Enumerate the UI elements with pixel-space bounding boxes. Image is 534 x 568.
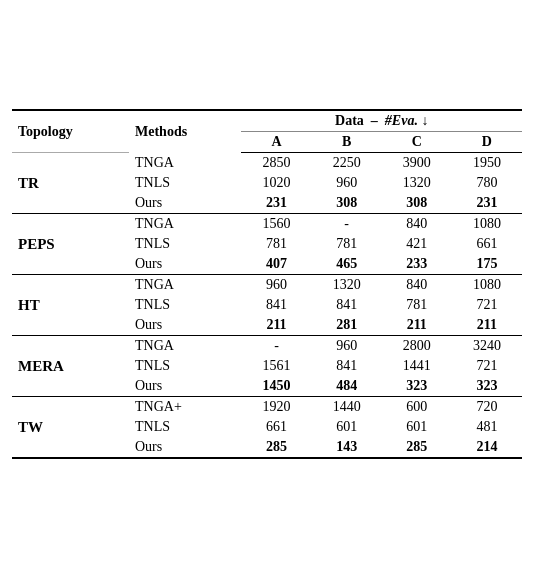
data-cell: - bbox=[241, 336, 311, 357]
data-cell: 323 bbox=[452, 376, 522, 397]
data-cell: 1450 bbox=[241, 376, 311, 397]
data-cell: 285 bbox=[382, 437, 452, 458]
data-cell: 1561 bbox=[241, 356, 311, 376]
data-cell: 661 bbox=[241, 417, 311, 437]
data-cell: 3240 bbox=[452, 336, 522, 357]
data-cell: 2800 bbox=[382, 336, 452, 357]
data-cell: 308 bbox=[312, 193, 382, 214]
data-cell: 465 bbox=[312, 254, 382, 275]
data-cell: 211 bbox=[241, 315, 311, 336]
method-cell: Ours bbox=[129, 193, 241, 214]
data-cell: 601 bbox=[382, 417, 452, 437]
data-cell: 481 bbox=[452, 417, 522, 437]
data-cell: 840 bbox=[382, 275, 452, 296]
method-cell: TNGA bbox=[129, 275, 241, 296]
data-cell: 661 bbox=[452, 234, 522, 254]
method-cell: Ours bbox=[129, 315, 241, 336]
topology-cell: MERA bbox=[12, 336, 129, 397]
table-row: MERATNGA-96028003240 bbox=[12, 336, 522, 357]
data-cell: 484 bbox=[312, 376, 382, 397]
data-cell: 175 bbox=[452, 254, 522, 275]
data-cell: 1080 bbox=[452, 214, 522, 235]
data-cell: 781 bbox=[241, 234, 311, 254]
col-data-header: Data – #Eva. ↓ bbox=[241, 110, 522, 132]
data-cell: 780 bbox=[452, 173, 522, 193]
col-topology-header: Topology bbox=[12, 110, 129, 153]
data-cell: 3900 bbox=[382, 153, 452, 174]
data-cell: 308 bbox=[382, 193, 452, 214]
method-cell: TNGA bbox=[129, 336, 241, 357]
table-row: HTTNGA96013208401080 bbox=[12, 275, 522, 296]
data-cell: 1920 bbox=[241, 397, 311, 418]
topology-cell: PEPS bbox=[12, 214, 129, 275]
results-table: Topology Methods Data – #Eva. ↓ A B C D … bbox=[12, 109, 522, 459]
topology-cell: HT bbox=[12, 275, 129, 336]
col-d-header: D bbox=[452, 132, 522, 153]
data-cell: 601 bbox=[312, 417, 382, 437]
data-cell: 600 bbox=[382, 397, 452, 418]
data-sub-label: #Eva. ↓ bbox=[385, 113, 429, 128]
col-c-header: C bbox=[382, 132, 452, 153]
data-cell: 285 bbox=[241, 437, 311, 458]
method-cell: Ours bbox=[129, 254, 241, 275]
method-cell: TNGA+ bbox=[129, 397, 241, 418]
data-cell: 1020 bbox=[241, 173, 311, 193]
method-cell: TNLS bbox=[129, 173, 241, 193]
method-cell: TNLS bbox=[129, 356, 241, 376]
data-cell: 143 bbox=[312, 437, 382, 458]
data-cell: 1320 bbox=[382, 173, 452, 193]
table-row: TRTNGA2850225039001950 bbox=[12, 153, 522, 174]
method-cell: Ours bbox=[129, 437, 241, 458]
data-cell: 840 bbox=[382, 214, 452, 235]
data-cell: 2250 bbox=[312, 153, 382, 174]
method-cell: TNLS bbox=[129, 417, 241, 437]
data-cell: 1950 bbox=[452, 153, 522, 174]
topology-cell: TW bbox=[12, 397, 129, 459]
data-cell: 407 bbox=[241, 254, 311, 275]
table-wrapper: Topology Methods Data – #Eva. ↓ A B C D … bbox=[12, 109, 522, 459]
data-cell: 841 bbox=[312, 356, 382, 376]
data-cell: 781 bbox=[312, 234, 382, 254]
col-b-header: B bbox=[312, 132, 382, 153]
data-cell: 231 bbox=[452, 193, 522, 214]
data-cell: 214 bbox=[452, 437, 522, 458]
data-cell: 281 bbox=[312, 315, 382, 336]
data-cell: 233 bbox=[382, 254, 452, 275]
data-cell: 323 bbox=[382, 376, 452, 397]
data-cell: 211 bbox=[452, 315, 522, 336]
data-cell: 1320 bbox=[312, 275, 382, 296]
data-cell: 841 bbox=[241, 295, 311, 315]
data-label: Data bbox=[335, 113, 364, 128]
data-cell: 1441 bbox=[382, 356, 452, 376]
data-cell: 960 bbox=[312, 173, 382, 193]
data-cell: 211 bbox=[382, 315, 452, 336]
data-cell: 1080 bbox=[452, 275, 522, 296]
method-cell: TNLS bbox=[129, 295, 241, 315]
data-cell: 720 bbox=[452, 397, 522, 418]
data-cell: 841 bbox=[312, 295, 382, 315]
table-row: PEPSTNGA1560-8401080 bbox=[12, 214, 522, 235]
method-cell: Ours bbox=[129, 376, 241, 397]
data-cell: 781 bbox=[382, 295, 452, 315]
data-cell: 960 bbox=[241, 275, 311, 296]
data-cell: 1560 bbox=[241, 214, 311, 235]
data-cell: 721 bbox=[452, 356, 522, 376]
data-cell: 1440 bbox=[312, 397, 382, 418]
topology-cell: TR bbox=[12, 153, 129, 214]
data-cell: 721 bbox=[452, 295, 522, 315]
header-row-1: Topology Methods Data – #Eva. ↓ bbox=[12, 110, 522, 132]
table-row: TWTNGA+19201440600720 bbox=[12, 397, 522, 418]
col-methods-header: Methods bbox=[129, 110, 241, 153]
data-cell: 421 bbox=[382, 234, 452, 254]
method-cell: TNGA bbox=[129, 153, 241, 174]
col-a-header: A bbox=[241, 132, 311, 153]
method-cell: TNLS bbox=[129, 234, 241, 254]
data-cell: 960 bbox=[312, 336, 382, 357]
method-cell: TNGA bbox=[129, 214, 241, 235]
data-cell: 2850 bbox=[241, 153, 311, 174]
data-cell: - bbox=[312, 214, 382, 235]
data-cell: 231 bbox=[241, 193, 311, 214]
